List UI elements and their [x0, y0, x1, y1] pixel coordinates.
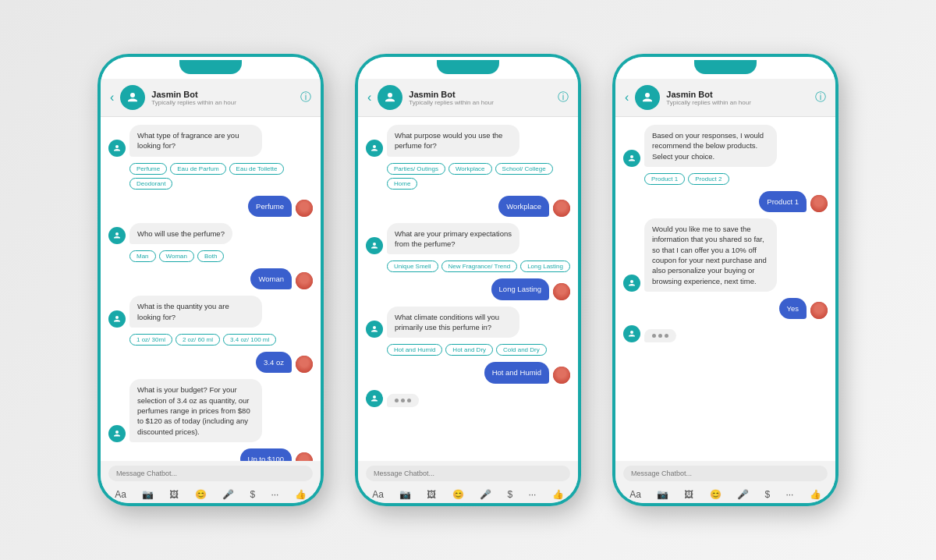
- camera-icon[interactable]: 📷: [657, 489, 668, 500]
- bot-avatar: [635, 85, 660, 110]
- user-bubble: Up to $100: [240, 448, 292, 461]
- user-message-row: Woman: [108, 268, 313, 289]
- more-icon[interactable]: ···: [528, 489, 536, 500]
- chip-option[interactable]: Home: [387, 178, 417, 190]
- bot-message-row: Who will use the perfume?: [108, 223, 313, 244]
- info-icon[interactable]: ⓘ: [558, 90, 569, 105]
- payment-icon[interactable]: $: [764, 489, 770, 500]
- bot-message-row: What type of fragrance are you looking f…: [108, 125, 313, 157]
- svg-point-11: [630, 155, 633, 158]
- user-message-row: 3.4 oz: [108, 352, 313, 373]
- emoji-icon[interactable]: 😊: [195, 489, 207, 500]
- mic-icon[interactable]: 🎤: [480, 489, 491, 500]
- chip-option[interactable]: Product 1: [644, 173, 685, 185]
- bot-message-row: What purpose would you use the perfume f…: [366, 125, 570, 157]
- user-message-row: Hot and Humid: [366, 362, 570, 383]
- user-avatar: [296, 356, 313, 373]
- chip-option[interactable]: Eau de Toilette: [229, 163, 285, 175]
- bottom-icons-bar: Aa📷🖼😊🎤$···👍: [358, 486, 578, 503]
- user-bubble: Long Lasting: [491, 278, 549, 299]
- chip-option[interactable]: 2 oz/ 60 ml: [176, 334, 220, 346]
- bot-bubble: What is the quantity you are looking for…: [129, 296, 262, 328]
- chip-option[interactable]: Both: [197, 250, 224, 262]
- back-button[interactable]: ‹: [110, 90, 114, 105]
- svg-point-1: [115, 145, 119, 148]
- message-input[interactable]: [108, 466, 313, 481]
- bot-message-row: Based on your responses, I would recomme…: [623, 125, 828, 167]
- phone-1: ‹ Jasmin Bot Typically replies within an…: [98, 54, 324, 506]
- info-icon[interactable]: ⓘ: [815, 90, 826, 105]
- chip-option[interactable]: 3.4 oz/ 100 ml: [223, 334, 276, 346]
- user-message-row: Yes: [623, 298, 828, 319]
- user-avatar: [296, 452, 313, 461]
- bot-msg-avatar: [623, 150, 640, 167]
- emoji-icon[interactable]: 😊: [710, 489, 722, 500]
- bot-bubble: What purpose would you use the perfume f…: [387, 125, 519, 157]
- back-button[interactable]: ‹: [625, 90, 629, 105]
- svg-point-7: [373, 243, 376, 246]
- chip-option[interactable]: Cold and Dry: [496, 344, 547, 356]
- chip-option[interactable]: 1 oz/ 30ml: [129, 334, 172, 346]
- chip-option[interactable]: Parties/ Outings: [387, 163, 445, 175]
- chip-option[interactable]: Deodorant: [129, 178, 172, 190]
- mic-icon[interactable]: 🎤: [222, 489, 234, 500]
- message-input[interactable]: [623, 466, 828, 481]
- payment-icon[interactable]: $: [507, 489, 512, 500]
- svg-point-12: [630, 280, 633, 283]
- header-text: Jasmin Bot Typically replies within an h…: [151, 90, 294, 106]
- gallery-icon[interactable]: 🖼: [169, 489, 179, 500]
- header-text: Jasmin Bot Typically replies within an h…: [666, 90, 809, 106]
- chip-option[interactable]: Woman: [159, 250, 194, 262]
- chip-option[interactable]: Perfume: [129, 163, 167, 175]
- notch-bar: [358, 57, 578, 79]
- user-avatar: [553, 283, 570, 300]
- camera-icon[interactable]: 📷: [399, 489, 411, 500]
- user-avatar: [810, 195, 828, 212]
- notch: [694, 60, 757, 74]
- text-format-icon[interactable]: Aa: [372, 489, 384, 500]
- chip-option[interactable]: Hot and Dry: [445, 344, 493, 356]
- chips-row: PerfumeEau de ParfumEau de ToiletteDeodo…: [108, 163, 313, 190]
- more-icon[interactable]: ···: [271, 489, 278, 500]
- like-icon[interactable]: 👍: [810, 489, 821, 500]
- chips-row: Product 1Product 2: [623, 173, 828, 185]
- user-bubble: Product 1: [759, 191, 807, 212]
- text-format-icon[interactable]: Aa: [115, 489, 126, 500]
- gallery-icon[interactable]: 🖼: [427, 489, 436, 500]
- notch: [437, 60, 499, 74]
- user-message-row: Long Lasting: [366, 278, 570, 299]
- user-message-row: Perfume: [108, 196, 313, 217]
- payment-icon[interactable]: $: [250, 489, 255, 500]
- like-icon[interactable]: 👍: [295, 489, 307, 500]
- back-button[interactable]: ‹: [367, 90, 371, 105]
- dot3: [407, 399, 411, 402]
- chip-option[interactable]: Eau de Parfum: [170, 163, 225, 175]
- message-input[interactable]: [366, 466, 570, 481]
- chip-option[interactable]: Long Lasting: [520, 261, 570, 272]
- chip-option[interactable]: Hot and Humid: [387, 344, 442, 356]
- user-avatar: [810, 302, 828, 319]
- bot-msg-avatar: [108, 310, 126, 328]
- chip-option[interactable]: Unique Smell: [387, 261, 438, 272]
- typing-row: [366, 390, 570, 407]
- chip-option[interactable]: Workplace: [448, 163, 492, 175]
- bottom-icons-bar: Aa📷🖼😊🎤$···👍: [615, 486, 835, 503]
- bot-name: Jasmin Bot: [666, 90, 809, 99]
- camera-icon[interactable]: 📷: [142, 489, 154, 500]
- notch-bar: [101, 57, 321, 79]
- chip-option[interactable]: School/ College: [495, 163, 553, 175]
- chip-option[interactable]: Man: [129, 250, 156, 262]
- user-bubble: Woman: [250, 268, 292, 289]
- mic-icon[interactable]: 🎤: [737, 489, 749, 500]
- emoji-icon[interactable]: 😊: [452, 489, 464, 500]
- user-message-row: Product 1: [623, 191, 828, 212]
- chip-option[interactable]: Product 2: [688, 173, 729, 185]
- chip-option[interactable]: New Fragrance/ Trend: [441, 261, 518, 272]
- more-icon[interactable]: ···: [785, 489, 793, 500]
- like-icon[interactable]: 👍: [552, 489, 564, 500]
- chat-input-bar: [101, 461, 321, 486]
- gallery-icon[interactable]: 🖼: [684, 489, 693, 500]
- text-format-icon[interactable]: Aa: [629, 489, 641, 500]
- bot-message-row: What climate conditions will you primari…: [366, 307, 570, 338]
- info-icon[interactable]: ⓘ: [300, 90, 311, 105]
